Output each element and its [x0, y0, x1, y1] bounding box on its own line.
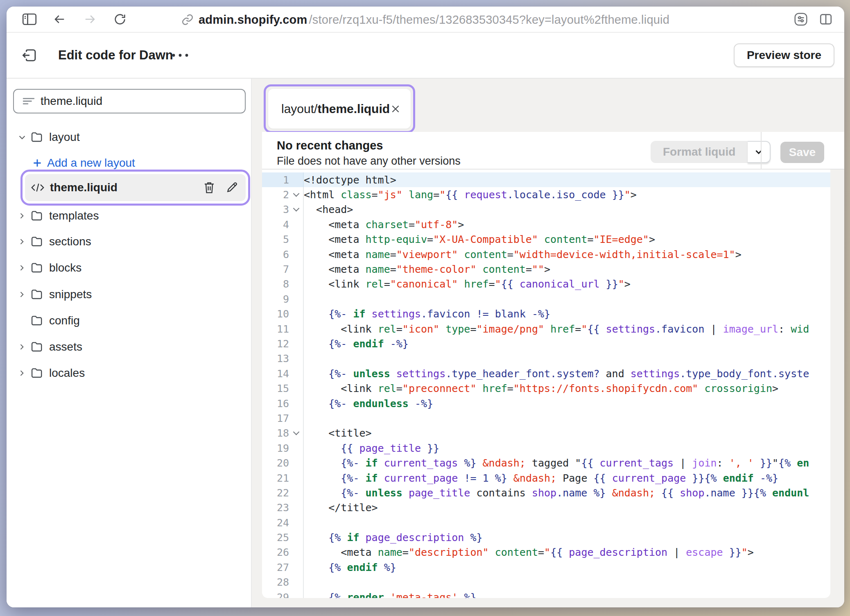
- format-dropdown-button[interactable]: [748, 141, 771, 163]
- code-line[interactable]: 13: [262, 351, 830, 366]
- line-number-gutter: 12: [262, 336, 304, 351]
- browser-window: admin.shopify.com /store/rzq1xu-f5/theme…: [7, 7, 844, 607]
- close-tab-icon[interactable]: [390, 104, 401, 114]
- editor-header: No recent changes File does not have any…: [262, 132, 844, 170]
- line-number-gutter: 28: [262, 575, 304, 590]
- chevron-right-icon[interactable]: [18, 263, 29, 272]
- code-line[interactable]: 20 {%- if current_tags %} &ndash; tagged…: [262, 455, 830, 470]
- code-line[interactable]: 4 <meta charset="utf-8">: [262, 217, 830, 232]
- code-line[interactable]: 10 {%- if settings.favicon != blank -%}: [262, 307, 830, 322]
- folder-icon: [31, 315, 44, 326]
- tune-icon[interactable]: [793, 12, 808, 27]
- sidebar-item-config[interactable]: config: [7, 312, 252, 330]
- line-number-gutter: 11: [262, 322, 304, 336]
- code-line[interactable]: 26 <meta name="description" content="{{ …: [262, 545, 830, 560]
- code-line[interactable]: 18 <title>: [262, 426, 830, 441]
- code-line[interactable]: 29 {% render 'meta-tags' %}: [262, 590, 830, 598]
- code-line[interactable]: 21 {%- if current_page != 1 %} &ndash; P…: [262, 471, 830, 485]
- code-line[interactable]: 28: [262, 575, 830, 590]
- line-number-gutter: 29: [262, 590, 304, 598]
- sidebar-item-theme-liquid[interactable]: theme.liquid: [25, 174, 246, 201]
- address-bar[interactable]: admin.shopify.com /store/rzq1xu-f5/theme…: [7, 7, 844, 33]
- code-line[interactable]: 12 {%- endif -%}: [262, 336, 830, 351]
- chevron-right-icon[interactable]: [18, 342, 29, 351]
- code-line[interactable]: 14 {%- unless settings.type_header_font.…: [262, 366, 830, 381]
- content: layout Add a new layout theme.liquid: [7, 79, 844, 607]
- line-number-gutter: 20: [262, 455, 304, 470]
- line-number-gutter: 9: [262, 292, 304, 306]
- line-number-gutter: 6: [262, 247, 304, 262]
- line-number-gutter: 21: [262, 471, 304, 485]
- sidebar-item-snippets[interactable]: snippets: [7, 285, 252, 303]
- search-input[interactable]: [41, 95, 237, 108]
- fold-chevron-icon[interactable]: [293, 429, 299, 435]
- sidebar-item-sections[interactable]: sections: [7, 233, 252, 251]
- url-host: admin.shopify.com: [199, 13, 307, 27]
- code-lines[interactable]: 1<!doctype html>2<html class="js" lang="…: [262, 172, 830, 598]
- rename-file-icon[interactable]: [226, 181, 238, 194]
- sidebar-item-blocks[interactable]: blocks: [7, 259, 252, 277]
- code-line[interactable]: 9: [262, 292, 830, 306]
- sidebar-item-locales[interactable]: locales: [7, 364, 252, 382]
- line-number-gutter: 13: [262, 351, 304, 366]
- preview-store-button[interactable]: Preview store: [734, 43, 834, 67]
- code-line[interactable]: 27 {% endif %}: [262, 560, 830, 575]
- folder-icon: [31, 262, 44, 274]
- code-line[interactable]: 6 <meta name="viewport" content="width=d…: [262, 247, 830, 262]
- split-view-icon[interactable]: [819, 12, 833, 26]
- chevron-right-icon[interactable]: [18, 290, 29, 299]
- sidebar-item-layout[interactable]: layout: [7, 128, 252, 146]
- code-line[interactable]: 3 <head>: [262, 202, 830, 217]
- sidebar-item-assets[interactable]: assets: [7, 338, 252, 356]
- plus-icon: [32, 158, 43, 168]
- code-line[interactable]: 25 {% if page_description %}: [262, 530, 830, 545]
- code-line[interactable]: 19 {{ page_title }}: [262, 441, 830, 455]
- chevron-right-icon[interactable]: [18, 369, 29, 378]
- folder-icon: [31, 210, 44, 222]
- desktop: admin.shopify.com /store/rzq1xu-f5/theme…: [0, 0, 850, 616]
- code-line[interactable]: 8 <link rel="canonical" href="{{ canonic…: [262, 277, 830, 292]
- code-line[interactable]: 23 </title>: [262, 500, 830, 515]
- chevron-down-icon[interactable]: [18, 133, 29, 142]
- line-number-gutter: 8: [262, 277, 304, 292]
- sidebar-item-templates[interactable]: templates: [7, 207, 252, 225]
- code-line[interactable]: 1<!doctype html>: [262, 172, 830, 187]
- code-line[interactable]: 2<html class="js" lang="{{ request.local…: [262, 187, 830, 202]
- line-number-gutter: 7: [262, 262, 304, 276]
- chevron-right-icon[interactable]: [18, 211, 29, 220]
- line-number-gutter: 15: [262, 381, 304, 396]
- save-button[interactable]: Save: [780, 142, 824, 163]
- line-number-gutter: 4: [262, 217, 304, 232]
- delete-file-icon[interactable]: [203, 181, 215, 194]
- file-search[interactable]: [13, 89, 246, 113]
- format-liquid-button: Format liquid: [651, 141, 771, 163]
- code-line[interactable]: 22 {%- unless page_title contains shop.n…: [262, 485, 830, 500]
- code-line[interactable]: 24: [262, 515, 830, 530]
- code-editor[interactable]: 1<!doctype html>2<html class="js" lang="…: [262, 170, 830, 598]
- more-actions-icon[interactable]: [170, 53, 190, 58]
- code-line[interactable]: 7 <meta name="theme-color" content="">: [262, 262, 830, 276]
- chevron-right-icon[interactable]: [18, 237, 29, 246]
- line-number-gutter: 17: [262, 411, 304, 426]
- code-line[interactable]: 17: [262, 411, 830, 426]
- line-number-gutter: 24: [262, 515, 304, 530]
- tab-layout-theme-liquid[interactable]: layout/theme.liquid: [268, 89, 411, 129]
- line-number-gutter: 16: [262, 396, 304, 411]
- folder-icon: [31, 367, 44, 379]
- line-number-gutter: 26: [262, 545, 304, 560]
- file-sidebar: layout Add a new layout theme.liquid: [7, 79, 252, 607]
- divider: [761, 132, 762, 169]
- code-line[interactable]: 5 <meta http-equiv="X-UA-Compatible" con…: [262, 232, 830, 247]
- selected-file-outline: theme.liquid: [20, 170, 250, 206]
- code-line[interactable]: 11 <link rel="icon" type="image/png" hre…: [262, 322, 830, 336]
- code-line[interactable]: 15 <link rel="preconnect" href="https://…: [262, 381, 830, 396]
- folder-icon: [31, 341, 44, 353]
- code-line[interactable]: 16 {%- endunless -%}: [262, 396, 830, 411]
- exit-icon[interactable]: [22, 48, 37, 62]
- line-number-gutter: 10: [262, 307, 304, 322]
- line-number-gutter: 5: [262, 232, 304, 247]
- code-file-icon: [31, 182, 45, 193]
- fold-chevron-icon[interactable]: [293, 205, 299, 212]
- version-status: No recent changes: [277, 139, 383, 152]
- fold-chevron-icon[interactable]: [293, 190, 299, 197]
